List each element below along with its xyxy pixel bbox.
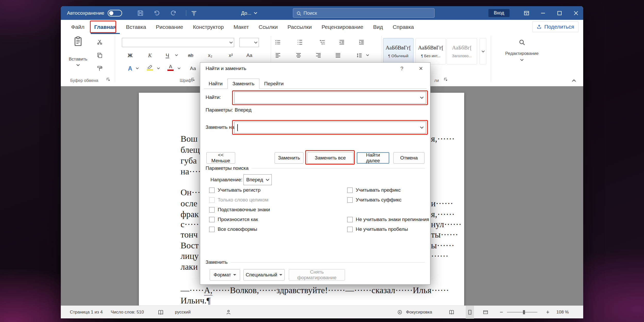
checkbox-wildcards[interactable]: Подстановочные знаки: [209, 206, 270, 214]
checkbox-ignore-spaces[interactable]: Не учитывать пробелы: [347, 225, 408, 233]
focus-label[interactable]: Фокусировка: [406, 306, 432, 319]
zoom-out-button[interactable]: −: [500, 306, 503, 319]
tab-file[interactable]: Файл: [67, 20, 88, 34]
signin-button[interactable]: Вход: [488, 9, 510, 17]
accessibility-icon[interactable]: [226, 306, 231, 319]
text-effects-dropdown-icon[interactable]: [136, 67, 139, 69]
collapse-ribbon-icon[interactable]: [572, 79, 576, 82]
tab-review[interactable]: Рецензирование: [318, 20, 367, 34]
help-button[interactable]: ?: [397, 64, 406, 73]
styles-dialog-launcher-icon[interactable]: [443, 76, 449, 82]
checkbox-match-suffix[interactable]: Учитывать суффикс: [347, 196, 402, 204]
customize-qat-icon[interactable]: [191, 6, 197, 20]
tab-view[interactable]: Вид: [369, 20, 386, 34]
checkbox-match-case[interactable]: Учитывать регистр: [209, 186, 260, 194]
font-name-combobox[interactable]: [122, 38, 234, 47]
maximize-button[interactable]: [553, 6, 566, 20]
copy-icon[interactable]: [94, 50, 105, 61]
share-button[interactable]: Поделиться: [532, 21, 579, 32]
paste-icon[interactable]: [72, 36, 84, 46]
zoom-level[interactable]: 108 %: [556, 306, 569, 319]
increase-indent-button[interactable]: [356, 37, 367, 47]
font-dialog-launcher-icon[interactable]: [190, 76, 196, 82]
font-color-dropdown-icon[interactable]: [177, 67, 181, 69]
line-spacing-button[interactable]: [354, 50, 365, 61]
tab-mailings[interactable]: Рассылки: [284, 20, 315, 34]
align-center-button[interactable]: [293, 50, 304, 61]
find-next-button[interactable]: Найти далее: [357, 152, 389, 164]
page-count[interactable]: Страница 1 из 4: [70, 306, 103, 319]
cut-icon[interactable]: [94, 37, 105, 47]
style-card-heading[interactable]: АаБбВг[ Заголово...: [447, 38, 477, 64]
editing-dropdown-icon[interactable]: [520, 59, 524, 61]
text-effects-button[interactable]: А: [124, 63, 136, 74]
checkbox-match-prefix[interactable]: Учитывать префикс: [347, 186, 401, 194]
direction-dropdown[interactable]: Вперед: [243, 174, 272, 185]
minimize-button[interactable]: [536, 6, 550, 20]
style-card-normal[interactable]: АаБбВвГг[ ¶ Обычный: [383, 38, 413, 64]
font-size-combobox[interactable]: [239, 38, 259, 47]
view-print-layout-icon[interactable]: [466, 306, 474, 319]
style-card-no-spacing[interactable]: АаБбВвГг[ ¶ Без инт...: [416, 38, 446, 64]
search-box[interactable]: Поиск: [293, 8, 435, 18]
underline-dropdown-icon[interactable]: [175, 54, 178, 56]
tab-draw[interactable]: Рисование: [152, 20, 187, 34]
less-button[interactable]: << Меньше: [206, 152, 235, 164]
dialog-tab-replace[interactable]: Заменить: [227, 79, 259, 89]
justify-button[interactable]: [332, 50, 344, 61]
multilevel-list-button[interactable]: [317, 37, 328, 47]
format-painter-icon[interactable]: [94, 63, 105, 74]
numbering-button[interactable]: [294, 37, 306, 47]
focus-icon[interactable]: [397, 306, 402, 319]
italic-button[interactable]: К: [144, 50, 156, 61]
superscript-button[interactable]: x²: [225, 50, 236, 61]
redo-icon[interactable]: [170, 6, 177, 20]
styles-gallery-more-button[interactable]: [480, 38, 486, 64]
autosave-toggle[interactable]: [108, 10, 122, 16]
zoom-in-button[interactable]: +: [546, 306, 549, 319]
ribbon-display-options-icon[interactable]: [520, 6, 533, 20]
checkbox-ignore-punct[interactable]: Не учитывать знаки препинания: [347, 216, 429, 223]
zoom-slider-thumb[interactable]: [523, 310, 525, 314]
editing-label[interactable]: Редактирование: [505, 51, 539, 56]
align-left-button[interactable]: [272, 50, 284, 61]
subscript-button[interactable]: x₂: [205, 50, 216, 61]
paste-label[interactable]: Вставить: [69, 57, 87, 62]
zoom-slider-track[interactable]: [507, 312, 537, 312]
dialog-close-button[interactable]: ✕: [417, 64, 425, 73]
replace-button[interactable]: Заменить: [275, 152, 303, 164]
tab-references[interactable]: Ссылки: [255, 20, 281, 34]
change-case-button[interactable]: Аа: [187, 63, 199, 74]
dialog-tab-goto[interactable]: Перейти: [259, 79, 289, 89]
word-count[interactable]: Число слов: 510: [111, 306, 144, 319]
close-button[interactable]: [569, 6, 583, 20]
checkbox-word-forms[interactable]: Все словоформы: [209, 225, 257, 233]
special-button[interactable]: Специальный: [243, 269, 285, 281]
strikethrough-button[interactable]: ab: [185, 50, 196, 61]
proofing-icon[interactable]: [158, 306, 164, 319]
line-spacing-dropdown-icon[interactable]: [366, 54, 369, 56]
tab-design[interactable]: Конструктор: [189, 20, 227, 34]
decrease-indent-button[interactable]: [336, 37, 348, 47]
view-read-mode-icon[interactable]: [449, 306, 454, 319]
save-icon[interactable]: [137, 6, 144, 20]
tab-help[interactable]: Справка: [389, 20, 417, 34]
clear-formatting-button[interactable]: Aa: [244, 50, 255, 61]
view-web-layout-icon[interactable]: [483, 306, 488, 319]
dialog-tab-find[interactable]: Найти: [204, 79, 227, 89]
document-title[interactable]: До...: [241, 6, 257, 20]
cancel-button[interactable]: Отмена: [393, 152, 425, 164]
bold-button[interactable]: Ж: [124, 50, 136, 61]
language[interactable]: русский: [175, 306, 191, 319]
undo-icon[interactable]: [154, 6, 160, 20]
font-color-button[interactable]: А: [165, 62, 176, 73]
format-button[interactable]: Формат: [210, 269, 240, 281]
tab-layout[interactable]: Макет: [230, 20, 252, 34]
checkbox-sounds-like[interactable]: Произносится как: [209, 216, 258, 223]
clipboard-dialog-launcher-icon[interactable]: [105, 76, 111, 82]
paste-dropdown-icon[interactable]: [76, 64, 80, 66]
editing-search-icon[interactable]: [516, 37, 528, 47]
underline-button[interactable]: Ч: [162, 50, 173, 61]
tab-insert[interactable]: Вставка: [122, 20, 150, 34]
align-right-button[interactable]: [313, 50, 324, 61]
